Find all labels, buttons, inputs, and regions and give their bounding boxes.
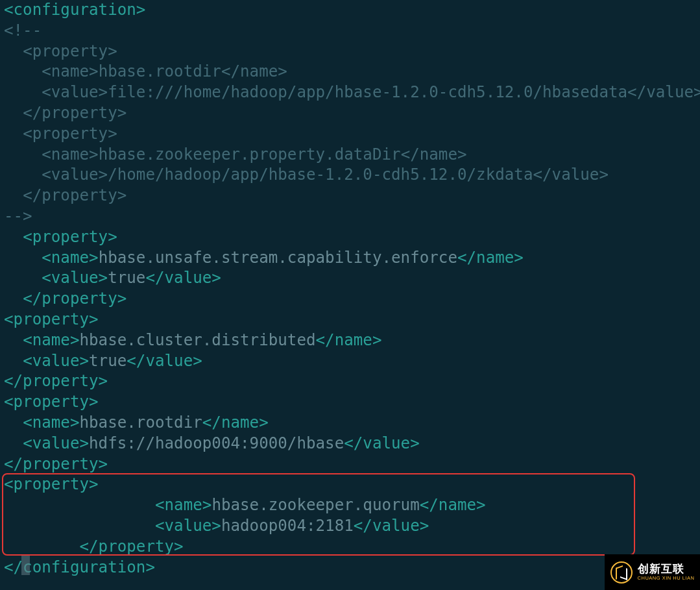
watermark-logo-icon	[610, 561, 633, 584]
watermark-text-cn: 创新互联	[638, 563, 695, 574]
xml-config-editor[interactable]: <configuration> <!-- <property> <name>hb…	[0, 0, 700, 578]
watermark-text-en: CHUANG XIN HU LIAN	[638, 576, 695, 581]
watermark-badge: 创新互联 CHUANG XIN HU LIAN	[605, 554, 700, 590]
